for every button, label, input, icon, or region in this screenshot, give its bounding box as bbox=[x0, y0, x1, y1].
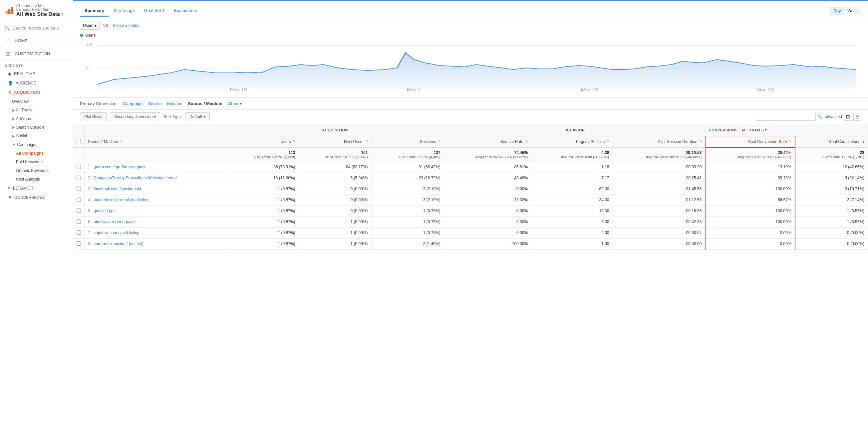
chart-area: Users ▾ VS. Select a metric Users bbox=[73, 17, 868, 98]
metric-selector[interactable]: Users ▾ bbox=[80, 22, 99, 30]
secondary-dimension-button[interactable]: Secondary dimension ▾ bbox=[110, 112, 160, 121]
sidebar-item-acquisition[interactable]: ⟲ ACQUISITION bbox=[0, 88, 73, 97]
source-medium-link[interactable]: capterra.com / paid-listing bbox=[94, 231, 139, 235]
sidebar-item-adwords[interactable]: ▶ AdWords bbox=[0, 114, 73, 123]
sidebar-item-audience[interactable]: 👤 AUDIENCE bbox=[0, 78, 73, 88]
source-medium-link[interactable]: CampaignTrackly Subscribers Welcome / em… bbox=[94, 176, 177, 180]
week-button[interactable]: Week bbox=[844, 7, 861, 14]
source-medium-link[interactable]: google / ppc bbox=[94, 208, 115, 213]
select-metric-link[interactable]: Select a metric bbox=[113, 23, 139, 28]
dim-other[interactable]: Other ▾ bbox=[228, 101, 242, 106]
dim-campaign[interactable]: Campaign bbox=[123, 101, 143, 106]
tab-ecommerce[interactable]: Ecommerce bbox=[169, 5, 202, 16]
tab-goal-set-1[interactable]: Goal Set 1 bbox=[140, 5, 169, 16]
row-checkbox-cell[interactable] bbox=[73, 216, 85, 228]
row-checkbox-cell[interactable] bbox=[73, 183, 85, 195]
row-pages-session: 7.17 bbox=[531, 173, 613, 183]
day-button[interactable]: Day bbox=[830, 7, 844, 14]
row-checkbox-cell[interactable] bbox=[73, 238, 85, 249]
row-sessions: 1 (0.73%) bbox=[371, 228, 444, 238]
source-medium-link[interactable]: marketo.com / email-marketing bbox=[94, 198, 149, 202]
table-search-input[interactable] bbox=[756, 113, 816, 121]
sidebar-item-behavior[interactable]: ≡ BEHAVIOR bbox=[0, 183, 73, 193]
totals-label bbox=[85, 147, 226, 162]
row-users: 1 (0.87%) bbox=[226, 183, 299, 195]
source-medium-link[interactable]: chrome-extension / (not set) bbox=[94, 241, 143, 246]
th-goal-conv-rate[interactable]: Goal Conversion Rate ? bbox=[705, 136, 795, 147]
svg-marker-7 bbox=[97, 53, 856, 90]
sort-desc-icon: ↓ bbox=[862, 139, 864, 144]
row-goal-conv-rate: 100.00% bbox=[705, 216, 795, 228]
dropdown-arrow-icon[interactable]: ▾ bbox=[61, 12, 63, 16]
row-checkbox[interactable] bbox=[76, 165, 81, 169]
row-users: 13 (11.30%) bbox=[226, 173, 299, 183]
row-checkbox[interactable] bbox=[76, 186, 81, 191]
help-icon: ? bbox=[120, 139, 123, 144]
row-checkbox-cell[interactable] bbox=[73, 228, 85, 238]
row-num-source: 5. google / ppc bbox=[85, 206, 226, 216]
th-goal-completions[interactable]: Goal Completions ↓ bbox=[795, 136, 868, 147]
sidebar-item-real-time[interactable]: ◉ REAL-TIME bbox=[0, 69, 73, 78]
th-pages-session[interactable]: Pages / Session ? bbox=[531, 136, 613, 147]
th-sessions[interactable]: Sessions ? bbox=[371, 136, 444, 147]
legend-dot bbox=[80, 34, 83, 37]
th-select-all[interactable] bbox=[73, 136, 85, 147]
sidebar-item-overview[interactable]: Overview bbox=[0, 97, 73, 106]
row-checkbox-cell[interactable] bbox=[73, 195, 85, 206]
select-all-checkbox[interactable] bbox=[76, 139, 81, 143]
source-medium-link[interactable]: utmftw.com / web-page bbox=[94, 219, 134, 224]
row-checkbox[interactable] bbox=[76, 198, 81, 202]
row-checkbox[interactable] bbox=[76, 231, 81, 235]
th-conversions-group[interactable]: Conversions All Goals ▾ bbox=[705, 124, 868, 136]
sort-type-button[interactable]: Default ▾ bbox=[185, 112, 210, 121]
row-bounce-rate: 86.81% bbox=[444, 162, 531, 173]
row-new-users: 1 (0.99%) bbox=[299, 216, 371, 228]
row-checkbox-cell[interactable] bbox=[73, 173, 85, 183]
row-checkbox[interactable] bbox=[76, 208, 81, 213]
sidebar-item-customization[interactable]: ⊞ CUSTOMIZATION bbox=[0, 47, 73, 61]
tab-summary[interactable]: Summary bbox=[80, 5, 109, 16]
row-pages-session: 5.00 bbox=[531, 216, 613, 228]
row-checkbox-cell[interactable] bbox=[73, 162, 85, 173]
sidebar-item-all-traffic[interactable]: ▶ All Traffic bbox=[0, 106, 73, 114]
row-num-source: 2. CampaignTrackly Subscribers Welcome /… bbox=[85, 173, 226, 183]
plot-rows-button[interactable]: Plot Rows bbox=[80, 112, 106, 121]
row-checkbox[interactable] bbox=[76, 219, 81, 224]
dim-medium[interactable]: Medium bbox=[167, 101, 182, 106]
sidebar-item-conversions[interactable]: ⚑ CONVERSIONS bbox=[0, 193, 73, 202]
search-icon[interactable]: 🔍 bbox=[818, 114, 823, 119]
sidebar-item-paid-keywords[interactable]: Paid Keywords bbox=[0, 158, 73, 166]
sidebar-item-organic-keywords[interactable]: Organic Keywords bbox=[0, 166, 73, 175]
row-sessions: 1 (0.73%) bbox=[371, 216, 444, 228]
acquisition-icon: ⟲ bbox=[8, 90, 11, 95]
sidebar-item-search-console[interactable]: ▶ Search Console bbox=[0, 123, 73, 132]
th-avg-session-dur[interactable]: Avg. Session Duration ? bbox=[613, 136, 705, 147]
row-checkbox[interactable] bbox=[76, 176, 81, 180]
row-goal-completions: 3 (10.71%) bbox=[795, 183, 868, 195]
sidebar-item-all-campaigns[interactable]: All Campaigns bbox=[0, 149, 73, 158]
sidebar-item-campaigns[interactable]: ▼ Campaigns bbox=[0, 140, 73, 149]
sidebar-item-cost-analysis[interactable]: Cost Analysis bbox=[0, 175, 73, 183]
site-title: All Web Site Data ▾ bbox=[16, 11, 68, 17]
row-checkbox-cell[interactable] bbox=[73, 206, 85, 216]
sidebar-item-home[interactable]: ⌂ HOME bbox=[0, 34, 73, 47]
search-bar[interactable]: 🔍 Search reports and help bbox=[0, 22, 73, 34]
view-icons: ⊞ ☰ bbox=[844, 113, 861, 121]
grid-view-icon[interactable]: ⊞ bbox=[844, 113, 852, 121]
advanced-link[interactable]: advanced bbox=[825, 114, 842, 119]
dim-source-medium[interactable]: Source / Medium bbox=[188, 101, 222, 106]
all-goals-button[interactable]: All Goals ▾ bbox=[739, 127, 769, 133]
row-checkbox[interactable] bbox=[76, 241, 81, 246]
row-sessions: 3 (2.19%) bbox=[371, 195, 444, 206]
list-view-icon[interactable]: ☰ bbox=[854, 113, 861, 121]
th-source-medium[interactable]: Source / Medium ? bbox=[85, 136, 226, 147]
th-bounce-rate[interactable]: Bounce Rate ? bbox=[444, 136, 531, 147]
th-new-users[interactable]: New Users ? bbox=[299, 136, 371, 147]
th-users[interactable]: Users ? bbox=[226, 136, 299, 147]
tab-site-usage[interactable]: Site Usage bbox=[109, 5, 140, 16]
source-medium-link[interactable]: facebook.com / social-paid bbox=[94, 186, 141, 191]
dim-source[interactable]: Source bbox=[148, 101, 162, 106]
source-medium-link[interactable]: quora.com / qa-forum-organic bbox=[94, 165, 146, 169]
sidebar-item-social[interactable]: ▶ Social bbox=[0, 132, 73, 140]
th-source-medium-group bbox=[85, 124, 226, 136]
